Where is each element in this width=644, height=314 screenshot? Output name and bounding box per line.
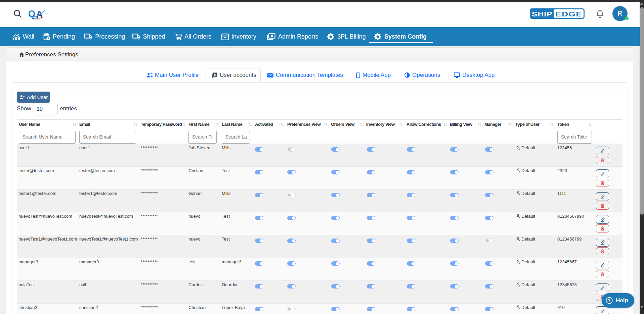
svg-text:?: ?: [608, 298, 610, 303]
